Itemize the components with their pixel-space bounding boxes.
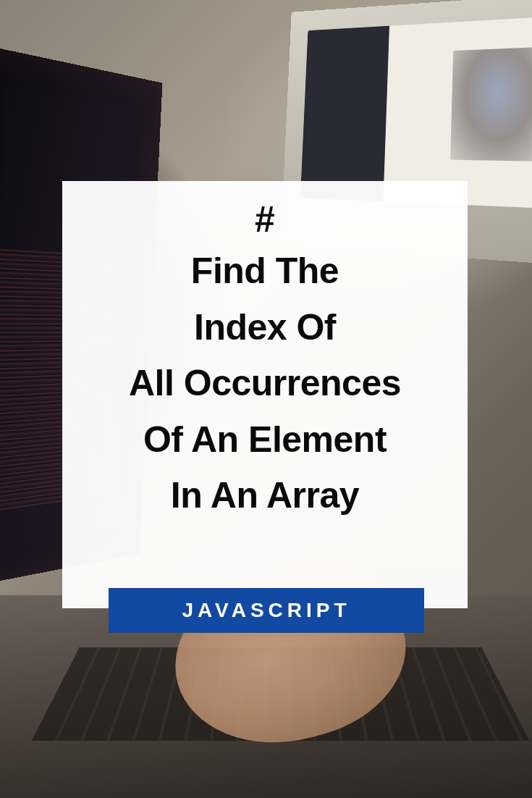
title-line: In An Array bbox=[171, 475, 359, 516]
category-label: JAVASCRIPT bbox=[182, 599, 350, 622]
category-badge: JAVASCRIPT bbox=[109, 588, 424, 633]
hash-icon: # bbox=[255, 201, 275, 238]
article-title: Find The Index Of All Occurrences Of An … bbox=[107, 243, 423, 524]
title-line: Find The bbox=[191, 251, 339, 291]
title-card: # Find The Index Of All Occurrences Of A… bbox=[62, 181, 468, 608]
title-line: All Occurrences bbox=[129, 363, 401, 403]
title-line: Index Of bbox=[194, 307, 336, 348]
title-line: Of An Element bbox=[143, 419, 387, 460]
